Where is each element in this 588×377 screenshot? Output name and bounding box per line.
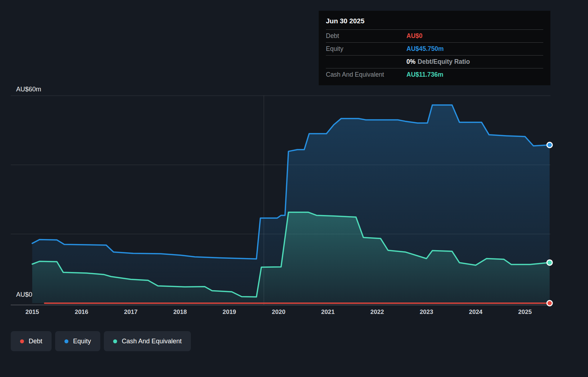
tooltip-cash-value: AU$11.736m: [406, 71, 443, 78]
legend-label: Cash And Equivalent: [122, 338, 182, 345]
tooltip-date: Jun 30 2025: [326, 16, 543, 30]
cash-legend-dot: [113, 339, 117, 343]
y-axis-label-60m: AU$60m: [16, 86, 41, 93]
tooltip-equity-label: Equity: [326, 45, 406, 53]
tooltip-row-debt: Debt AU$0: [326, 30, 543, 43]
equity-end-marker: [547, 142, 552, 148]
tooltip-debt-value: AU$0: [406, 32, 423, 40]
equity-legend-dot: [64, 339, 68, 343]
tooltip-ratio-value: 0%Debt/Equity Ratio: [406, 58, 470, 66]
tooltip-row-cash: Cash And Equivalent AU$11.736m: [326, 68, 543, 81]
legend-item-cash[interactable]: Cash And Equivalent: [104, 331, 191, 351]
ratio-label: Debt/Equity Ratio: [418, 58, 470, 65]
tooltip-equity-value: AU$45.750m: [406, 45, 444, 53]
debt-equity-history-chart: Jun 30 2025 Debt AU$0 Equity AU$45.750m …: [0, 0, 588, 377]
debt-end-marker: [547, 301, 552, 306]
tooltip-debt-label: Debt: [326, 32, 406, 40]
cash-and-equivalent-end-marker: [547, 260, 552, 265]
legend-label: Equity: [73, 338, 91, 345]
y-axis-label-0: AU$0: [16, 291, 32, 299]
legend: DebtEquityCash And Equivalent: [11, 331, 191, 351]
debt-legend-dot: [20, 339, 24, 343]
tooltip-row-equity: Equity AU$45.750m: [326, 43, 543, 56]
tooltip: Jun 30 2025 Debt AU$0 Equity AU$45.750m …: [319, 11, 550, 85]
tooltip-row-ratio: 0%Debt/Equity Ratio: [326, 56, 543, 68]
tooltip-cash-label: Cash And Equivalent: [326, 71, 406, 78]
legend-item-debt[interactable]: Debt: [11, 331, 52, 351]
legend-item-equity[interactable]: Equity: [55, 331, 100, 351]
legend-label: Debt: [29, 338, 42, 345]
ratio-percent: 0%: [406, 58, 415, 65]
